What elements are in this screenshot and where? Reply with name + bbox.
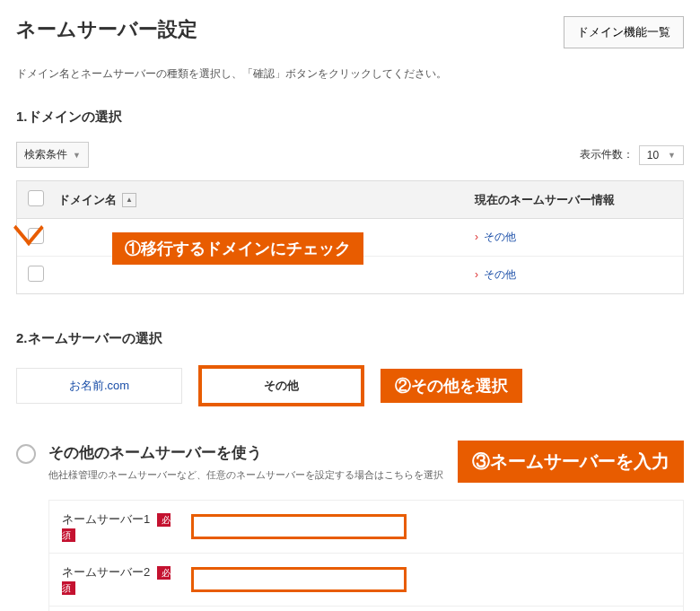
- callout-1: ①移行するドメインにチェック: [112, 232, 363, 265]
- page-description: ドメイン名とネームサーバーの種類を選択し、「確認」ボタンをクリックしてください。: [16, 66, 684, 82]
- sort-icon[interactable]: ▲: [122, 193, 136, 207]
- nameserver-fields: ネームサーバー1 必須 ネームサーバー2 必須 ネームサーバー3 +: [48, 500, 684, 611]
- domain-table: ドメイン名 ▲ 現在のネームサーバー情報 ①移行するドメインにチェック その他 …: [16, 180, 684, 294]
- pagesize-label: 表示件数：: [580, 147, 634, 162]
- chevron-down-icon: ▼: [73, 151, 81, 160]
- page-title: ネームサーバー設定: [16, 16, 197, 43]
- search-filter-label: 検索条件: [24, 147, 67, 162]
- row-checkbox[interactable]: [28, 228, 44, 244]
- search-filter-button[interactable]: 検索条件 ▼: [16, 142, 89, 168]
- ns2-label: ネームサーバー2: [62, 565, 150, 579]
- ns-info-link[interactable]: その他: [475, 268, 516, 281]
- ns-field-row: ネームサーバー1 必須: [49, 501, 683, 554]
- other-ns-radio[interactable]: [16, 444, 36, 464]
- other-ns-radio-desc: 他社様管理のネームサーバーなど、任意のネームサーバーを設定する場合はこちらを選択: [48, 468, 443, 482]
- section2-title: 2.ネームサーバーの選択: [16, 330, 684, 347]
- row-checkbox[interactable]: [28, 266, 44, 282]
- ns1-input[interactable]: [191, 514, 407, 539]
- callout-2: ②その他を選択: [381, 369, 522, 403]
- table-row: ①移行するドメインにチェック その他: [17, 219, 683, 257]
- select-all-checkbox[interactable]: [28, 190, 44, 206]
- th-ns-label: 現在のネームサーバー情報: [475, 192, 672, 208]
- ns-field-row: ネームサーバー3 +: [49, 607, 683, 611]
- pagesize-select[interactable]: 10 ▼: [639, 145, 684, 165]
- tab-other[interactable]: その他: [198, 365, 364, 406]
- pagesize-value: 10: [647, 149, 659, 161]
- chevron-down-icon: ▼: [668, 151, 676, 160]
- ns1-label: ネームサーバー1: [62, 512, 150, 526]
- ns-info-link[interactable]: その他: [475, 231, 516, 243]
- th-domain-label: ドメイン名: [58, 192, 117, 208]
- tab-onamae[interactable]: お名前.com: [16, 368, 182, 404]
- ns2-input[interactable]: [191, 567, 407, 592]
- domain-functions-button[interactable]: ドメイン機能一覧: [564, 16, 684, 48]
- other-ns-radio-label: その他のネームサーバーを使う: [48, 442, 443, 463]
- section1-title: 1.ドメインの選択: [16, 109, 684, 126]
- callout-3: ③ネームサーバーを入力: [458, 441, 684, 483]
- ns-field-row: ネームサーバー2 必須: [49, 554, 683, 607]
